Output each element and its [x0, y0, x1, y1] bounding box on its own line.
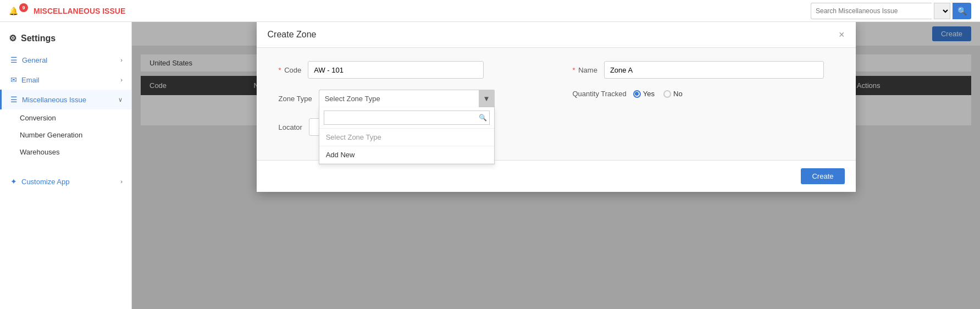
form-group-name: * Name [573, 61, 834, 79]
search-input[interactable] [811, 3, 932, 19]
sidebar-item-general[interactable]: ☰ General › [0, 50, 131, 70]
modal-header: Create Zone × [257, 22, 856, 48]
search-area: 🔍 [811, 3, 971, 19]
zone-type-label: Zone Type [279, 95, 312, 103]
zone-type-dropdown-arrow[interactable]: ▼ [479, 90, 495, 107]
code-label: * Code [279, 66, 302, 74]
modal-body: * Code * Name [257, 48, 856, 160]
notification-badge: 9 [19, 3, 28, 12]
zone-type-select[interactable]: Select Zone Type ▼ [319, 90, 495, 107]
dropdown-search-row: 🔍 [319, 107, 494, 129]
form-group-quantity-tracked: Quantity Tracked Yes No [573, 90, 834, 98]
code-input[interactable] [308, 61, 484, 79]
radio-yes-circle [633, 90, 641, 98]
bell-icon: 🔔 [9, 7, 18, 15]
brand-name: MISCELLANEOUS ISSUE [34, 7, 125, 15]
search-icon: 🔍 [479, 114, 487, 122]
create-zone-modal: Create Zone × * Code * [257, 22, 856, 192]
form-row-code-name: * Code * Name [279, 61, 834, 79]
zone-type-select-wrapper: Select Zone Type ▼ 🔍 Select Zone [319, 90, 495, 107]
chevron-right-icon: › [120, 178, 123, 185]
brand: 🔔 9 MISCELLANEOUS ISSUE [9, 7, 125, 15]
zone-type-dropdown-panel: 🔍 Select Zone Type Add New [319, 107, 495, 164]
misc-icon: ☰ [10, 95, 18, 104]
modal-title: Create Zone [268, 30, 317, 40]
main-content: Create United States Code Name Zone Type… [132, 22, 980, 309]
required-star: * [279, 66, 281, 74]
chevron-right-icon: › [120, 57, 123, 63]
sidebar-title: ⚙ Settings [0, 26, 131, 50]
form-row-zonetype-qty: Zone Type Select Zone Type ▼ 🔍 [279, 90, 834, 107]
name-input[interactable] [604, 61, 824, 79]
modal-close-button[interactable]: × [839, 30, 845, 40]
modal-create-button[interactable]: Create [801, 168, 844, 184]
main-layout: ⚙ Settings ☰ General › ✉ Email › ☰ Misce… [0, 22, 980, 309]
sidebar: ⚙ Settings ☰ General › ✉ Email › ☰ Misce… [0, 22, 132, 309]
gear-icon: ⚙ [9, 33, 16, 43]
email-icon: ✉ [10, 75, 17, 84]
sidebar-item-customize-app[interactable]: ✦ Customize App › [0, 172, 131, 191]
dropdown-item-add-new[interactable]: Add New [319, 146, 494, 164]
form-group-zone-type: Zone Type Select Zone Type ▼ 🔍 [279, 90, 540, 107]
search-type-select[interactable] [934, 3, 950, 19]
modal-footer: Create [257, 160, 856, 192]
radio-yes[interactable]: Yes [633, 90, 655, 98]
chevron-right-icon: › [120, 76, 123, 83]
quantity-tracked-label: Quantity Tracked [573, 90, 627, 98]
app-header: 🔔 9 MISCELLANEOUS ISSUE 🔍 [0, 0, 980, 22]
general-icon: ☰ [10, 56, 18, 64]
customize-icon: ✦ [10, 177, 17, 186]
chevron-down-icon: ∨ [118, 96, 123, 103]
dropdown-search-input[interactable] [324, 111, 490, 125]
radio-group-quantity-tracked: Yes No [633, 90, 683, 98]
name-label: * Name [573, 66, 597, 74]
sidebar-item-miscellaneous[interactable]: ☰ Miscellaneous Issue ∨ [0, 90, 131, 109]
sidebar-sub-item-warehouses[interactable]: Warehouses [0, 144, 131, 161]
required-star: * [573, 66, 575, 74]
search-button[interactable]: 🔍 [953, 3, 971, 19]
radio-no[interactable]: No [663, 90, 683, 98]
sidebar-sub-item-number-generation[interactable]: Number Generation [0, 126, 131, 144]
radio-no-circle [663, 90, 671, 98]
locator-label: Locator [279, 123, 302, 131]
form-group-code: * Code [279, 61, 540, 79]
sidebar-sub-item-conversion[interactable]: Conversion [0, 109, 131, 126]
dropdown-item-placeholder[interactable]: Select Zone Type [319, 129, 494, 146]
sidebar-item-email[interactable]: ✉ Email › [0, 70, 131, 90]
